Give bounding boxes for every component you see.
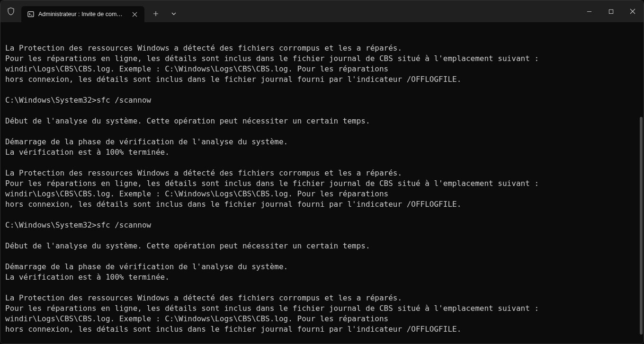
terminal-line: Pour les réparations en ligne, les détai… [5, 303, 639, 314]
terminal-line: La vérification est à 100% terminée. [5, 272, 639, 282]
terminal-line [5, 230, 639, 241]
terminal-line [5, 106, 639, 116]
terminal-line: windir\Logs\CBS\CBS.log. Exemple : C:\Wi… [5, 64, 639, 74]
terminal-line: La Protection des ressources Windows a d… [5, 43, 639, 53]
terminal-line [5, 251, 639, 262]
minimize-button[interactable] [578, 0, 600, 22]
terminal-line: Début de l'analyse du système. Cette opé… [5, 116, 639, 126]
terminal-output[interactable]: La Protection des ressources Windows a d… [0, 22, 644, 344]
tab-cmd[interactable]: Administrateur : Invite de commandes [21, 6, 144, 22]
tab-close-button[interactable] [129, 9, 140, 19]
terminal-line: windir\Logs\CBS\CBS.log. Exemple : C:\Wi… [5, 314, 639, 324]
terminal-line: Début de l'analyse du système. Cette opé… [5, 241, 639, 251]
terminal-line: Démarrage de la phase de vérification de… [5, 137, 639, 147]
terminal-line: La Protection des ressources Windows a d… [5, 293, 639, 303]
terminal-line [5, 282, 639, 293]
shield-icon [0, 0, 21, 22]
svg-rect-1 [609, 9, 613, 13]
titlebar: Administrateur : Invite de commandes [0, 0, 644, 22]
terminal-line: Pour les réparations en ligne, les détai… [5, 178, 639, 189]
terminal-line: C:\Windows\System32>sfc /scannow [5, 95, 639, 106]
terminal-line: Démarrage de la phase de vérification de… [5, 262, 639, 272]
terminal-line: La vérification est à 100% terminée. [5, 147, 639, 158]
terminal-line: Pour les réparations en ligne, les détai… [5, 53, 639, 64]
terminal-line [5, 126, 639, 137]
terminal-line [5, 210, 639, 220]
scrollbar-thumb[interactable] [640, 117, 643, 335]
terminal-line: windir\Logs\CBS\CBS.log. Exemple : C:\Wi… [5, 189, 639, 199]
terminal-line: C:\Windows\System32>sfc /scannow [5, 220, 639, 230]
maximize-button[interactable] [600, 0, 622, 22]
terminal-line: La Protection des ressources Windows a d… [5, 168, 639, 178]
terminal-line: hors connexion, les détails sont inclus … [5, 199, 639, 210]
terminal-line [5, 158, 639, 168]
terminal-line [5, 85, 639, 95]
tab-title: Administrateur : Invite de commandes [38, 11, 125, 18]
svg-rect-0 [28, 12, 34, 17]
terminal-line [5, 335, 639, 344]
terminal-line: hors connexion, les détails sont inclus … [5, 324, 639, 335]
terminal-icon [27, 10, 35, 18]
tab-dropdown-button[interactable] [165, 6, 182, 22]
close-window-button[interactable] [622, 0, 644, 22]
new-tab-button[interactable] [147, 6, 164, 22]
terminal-line: hors connexion, les détails sont inclus … [5, 74, 639, 85]
